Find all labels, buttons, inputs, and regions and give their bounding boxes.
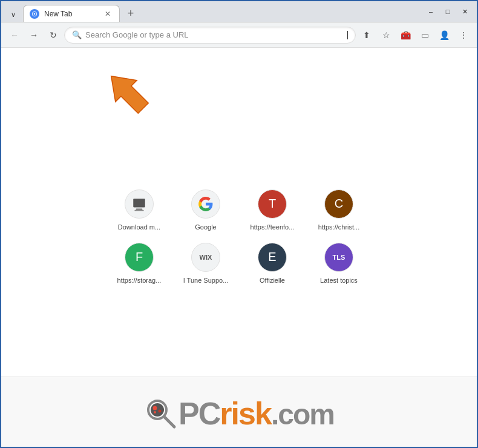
shortcut-label-christ: https://christ... (318, 223, 359, 231)
shortcut-icon-teenfo: T (258, 189, 287, 219)
cast-button[interactable]: ▭ (416, 27, 433, 44)
shortcut-label-latest: Latest topics (320, 277, 358, 284)
tab-title: New Tab (44, 10, 97, 18)
shortcut-label-storage: https://storag... (117, 277, 162, 284)
svg-point-10 (154, 411, 156, 413)
close-button[interactable]: ✕ (457, 4, 472, 19)
tab-close-button[interactable]: ✕ (102, 8, 113, 19)
tab-area: ∨ New Tab ✕ + (6, 1, 139, 22)
svg-point-8 (153, 406, 157, 410)
shortcut-label-offizielle: Offizielle (260, 277, 285, 284)
svg-line-11 (164, 417, 174, 427)
pc-text: PC (178, 396, 220, 431)
text-cursor (347, 31, 348, 39)
minimize-button[interactable]: – (424, 4, 438, 19)
shortcut-icon-google (191, 189, 220, 219)
risk-text: risk (220, 396, 271, 431)
forward-button[interactable]: → (25, 27, 42, 44)
shortcut-label-itune: I Tune Suppo... (183, 277, 229, 284)
shortcut-icon-itune: WIX (191, 243, 220, 272)
profile-button[interactable]: 👤 (436, 27, 453, 44)
logo-icon (144, 397, 177, 430)
svg-point-9 (159, 410, 162, 413)
shortcut-teenfo[interactable]: Thttps://teenfo... (242, 189, 303, 231)
svg-point-1 (34, 13, 36, 15)
tab-list-button[interactable]: ∨ (6, 7, 21, 22)
svg-rect-5 (134, 209, 143, 211)
chevron-down-icon: ∨ (11, 11, 16, 19)
shortcut-offizielle[interactable]: EOffizielle (242, 243, 303, 284)
shortcut-latest[interactable]: TLSLatest topics (309, 243, 369, 284)
search-icon: 🔍 (72, 30, 82, 39)
shortcut-icon-latest: TLS (324, 243, 353, 272)
shortcut-download-manager[interactable]: Download m... (109, 189, 169, 231)
window-controls: – □ ✕ (424, 4, 472, 19)
address-bar[interactable]: 🔍 Search Google or type a URL (64, 27, 356, 44)
shortcut-icon-storage: F (125, 243, 154, 272)
reload-button[interactable]: ↻ (45, 27, 62, 44)
active-tab[interactable]: New Tab ✕ (23, 5, 120, 22)
shortcut-label-teenfo: https://teenfo... (250, 223, 295, 231)
menu-button[interactable]: ⋮ (455, 27, 472, 44)
shortcut-icon-download-manager (125, 189, 154, 219)
shortcut-label-google: Google (195, 223, 216, 231)
shortcut-google[interactable]: Google (175, 189, 236, 231)
bookmark-button[interactable]: ☆ (378, 27, 395, 44)
shortcut-christ[interactable]: Chttps://christ... (309, 189, 369, 231)
svg-marker-2 (104, 66, 152, 119)
footer: PCrisk.com (1, 377, 477, 448)
logo-text: PCrisk.com (178, 395, 334, 432)
shortcuts-grid: Download m... GoogleThttps://teenfo...Ch… (109, 189, 369, 284)
maximize-button[interactable]: □ (440, 4, 455, 19)
arrow-annotation (104, 66, 152, 123)
address-input[interactable]: Search Google or type a URL (85, 30, 342, 39)
shortcut-icon-christ: C (324, 189, 353, 219)
svg-rect-3 (133, 199, 145, 207)
navigation-bar: ← → ↻ 🔍 Search Google or type a URL ⬆ ☆ … (1, 22, 477, 48)
nav-right-buttons: ⬆ ☆ 🧰 ▭ 👤 ⋮ (358, 27, 472, 44)
logo: PCrisk.com (144, 395, 334, 432)
share-button[interactable]: ⬆ (358, 27, 375, 44)
dotcom-text: .com (271, 398, 334, 430)
shortcut-icon-offizielle: E (258, 243, 287, 272)
shortcut-label-download-manager: Download m... (118, 223, 160, 231)
shortcut-storage[interactable]: Fhttps://storag... (109, 243, 169, 284)
title-bar: ∨ New Tab ✕ + – □ ✕ (1, 1, 477, 22)
back-button[interactable]: ← (6, 27, 23, 44)
extensions-button[interactable]: 🧰 (397, 27, 414, 44)
new-tab-button[interactable]: + (122, 5, 139, 22)
main-content: Download m... GoogleThttps://teenfo...Ch… (1, 48, 477, 377)
tab-favicon (30, 9, 39, 19)
shortcut-itune[interactable]: WIXI Tune Suppo... (175, 243, 236, 284)
svg-rect-4 (136, 208, 143, 209)
svg-point-7 (151, 403, 164, 417)
